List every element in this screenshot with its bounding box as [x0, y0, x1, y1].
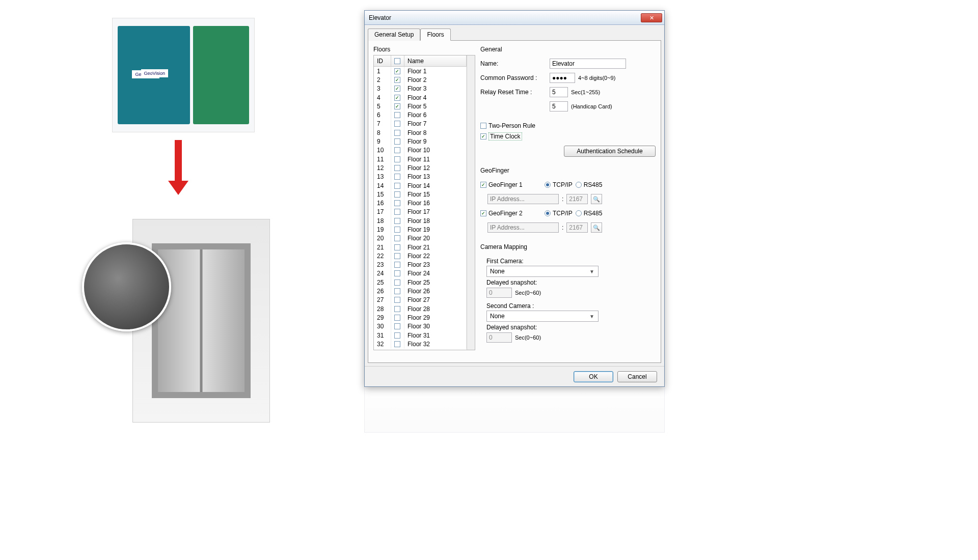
geofinger1-tcpip-radio[interactable]: TCP/IP: [545, 181, 573, 188]
floors-header-name[interactable]: Name: [404, 55, 467, 67]
floor-row-name[interactable]: Floor 32: [404, 340, 467, 348]
floor-row-name[interactable]: Floor 26: [404, 287, 467, 295]
floor-row-checkbox[interactable]: [391, 251, 404, 260]
floor-row-id[interactable]: 11: [374, 155, 391, 163]
floor-row-name[interactable]: Floor 24: [404, 269, 467, 278]
floor-row-checkbox[interactable]: [391, 313, 404, 322]
titlebar[interactable]: Elevator ✕: [365, 11, 664, 25]
floor-row-checkbox[interactable]: [391, 225, 404, 234]
floor-row-id[interactable]: 5: [374, 102, 391, 110]
floor-row-id[interactable]: 31: [374, 331, 391, 340]
geofinger1-browse-button[interactable]: 🔍: [591, 194, 602, 204]
floor-row-name[interactable]: Floor 29: [404, 313, 467, 322]
floor-row-id[interactable]: 21: [374, 243, 391, 251]
geofinger1-checkbox[interactable]: ✓ GeoFinger 1: [480, 181, 541, 188]
floors-scrollbar[interactable]: [467, 55, 475, 350]
floor-row-checkbox[interactable]: [391, 269, 404, 278]
floor-row-checkbox[interactable]: [391, 261, 404, 269]
floor-row-id[interactable]: 2: [374, 75, 391, 84]
floor-row-id[interactable]: 1: [374, 67, 391, 75]
floor-row-checkbox[interactable]: [391, 322, 404, 331]
floor-row-name[interactable]: Floor 18: [404, 216, 467, 225]
close-button[interactable]: ✕: [641, 13, 662, 22]
floor-row-id[interactable]: 30: [374, 322, 391, 331]
floor-row-checkbox[interactable]: [391, 331, 404, 340]
delay2-input[interactable]: [486, 332, 512, 343]
floor-row-checkbox[interactable]: [391, 137, 404, 146]
floor-row-id[interactable]: 6: [374, 110, 391, 119]
floor-row-id[interactable]: 13: [374, 173, 391, 181]
floor-row-id[interactable]: 3: [374, 85, 391, 93]
two-person-checkbox[interactable]: Two-Person Rule: [480, 122, 656, 129]
floor-row-id[interactable]: 8: [374, 128, 391, 137]
floor-row-name[interactable]: Floor 20: [404, 234, 467, 243]
auth-schedule-button[interactable]: Authentication Schedule: [564, 146, 656, 157]
floor-row-name[interactable]: Floor 8: [404, 128, 467, 137]
floor-row-checkbox[interactable]: [391, 128, 404, 137]
floor-row-checkbox[interactable]: [391, 216, 404, 225]
floor-row-id[interactable]: 17: [374, 208, 391, 216]
floor-row-id[interactable]: 23: [374, 261, 391, 269]
floor-row-id[interactable]: 25: [374, 278, 391, 287]
floor-row-name[interactable]: Floor 23: [404, 261, 467, 269]
geofinger2-browse-button[interactable]: 🔍: [591, 222, 602, 233]
geofinger2-ip-input[interactable]: [487, 222, 559, 233]
handicap-input[interactable]: [550, 101, 568, 111]
floor-row-checkbox[interactable]: ✓: [391, 67, 404, 75]
geofinger2-rs485-radio[interactable]: RS485: [576, 210, 603, 217]
floor-row-name[interactable]: Floor 19: [404, 225, 467, 234]
floor-row-id[interactable]: 9: [374, 137, 391, 146]
time-clock-checkbox[interactable]: ✓ Time Clock: [480, 132, 656, 141]
floor-row-checkbox[interactable]: [391, 296, 404, 304]
geofinger2-checkbox[interactable]: ✓ GeoFinger 2: [480, 210, 541, 217]
floor-row-id[interactable]: 16: [374, 199, 391, 207]
floor-row-checkbox[interactable]: [391, 287, 404, 295]
tab-general-setup[interactable]: General Setup: [368, 29, 420, 41]
floor-row-id[interactable]: 20: [374, 234, 391, 243]
floor-row-id[interactable]: 24: [374, 269, 391, 278]
floor-row-name[interactable]: Floor 27: [404, 296, 467, 304]
floor-row-name[interactable]: Floor 16: [404, 199, 467, 207]
floor-row-id[interactable]: 15: [374, 190, 391, 199]
floor-row-checkbox[interactable]: [391, 120, 404, 128]
geofinger2-port-input[interactable]: [566, 222, 588, 233]
floor-row-name[interactable]: Floor 31: [404, 331, 467, 340]
delay1-input[interactable]: [486, 288, 512, 298]
floor-row-id[interactable]: 18: [374, 216, 391, 225]
floor-row-name[interactable]: Floor 25: [404, 278, 467, 287]
floor-row-id[interactable]: 12: [374, 163, 391, 172]
floor-row-id[interactable]: 10: [374, 146, 391, 155]
floor-row-name[interactable]: Floor 13: [404, 173, 467, 181]
floor-row-id[interactable]: 14: [374, 181, 391, 190]
floor-row-id[interactable]: 4: [374, 93, 391, 102]
ok-button[interactable]: OK: [574, 371, 613, 382]
floor-row-checkbox[interactable]: [391, 173, 404, 181]
floor-row-id[interactable]: 27: [374, 296, 391, 304]
floor-row-name[interactable]: Floor 17: [404, 208, 467, 216]
floor-row-name[interactable]: Floor 21: [404, 243, 467, 251]
floor-row-checkbox[interactable]: [391, 199, 404, 207]
floor-row-name[interactable]: Floor 5: [404, 102, 467, 110]
password-input[interactable]: [550, 73, 575, 83]
floor-row-name[interactable]: Floor 15: [404, 190, 467, 199]
geofinger1-ip-input[interactable]: [487, 194, 559, 204]
floor-row-checkbox[interactable]: [391, 181, 404, 190]
floor-row-id[interactable]: 28: [374, 304, 391, 313]
floor-row-name[interactable]: Floor 30: [404, 322, 467, 331]
floor-row-name[interactable]: Floor 6: [404, 110, 467, 119]
name-input[interactable]: [550, 59, 626, 69]
floor-row-checkbox[interactable]: [391, 340, 404, 348]
geofinger1-port-input[interactable]: [566, 194, 588, 204]
geofinger1-rs485-radio[interactable]: RS485: [576, 181, 603, 188]
floor-row-name[interactable]: Floor 14: [404, 181, 467, 190]
floor-row-name[interactable]: Floor 3: [404, 85, 467, 93]
floor-row-name[interactable]: Floor 12: [404, 163, 467, 172]
floor-row-checkbox[interactable]: [391, 110, 404, 119]
floor-row-name[interactable]: Floor 7: [404, 120, 467, 128]
floor-row-checkbox[interactable]: [391, 278, 404, 287]
tab-floors[interactable]: Floors: [420, 29, 450, 41]
floor-row-checkbox[interactable]: [391, 163, 404, 172]
floor-row-checkbox[interactable]: [391, 243, 404, 251]
floor-row-id[interactable]: 32: [374, 340, 391, 348]
floor-row-checkbox[interactable]: [391, 234, 404, 243]
